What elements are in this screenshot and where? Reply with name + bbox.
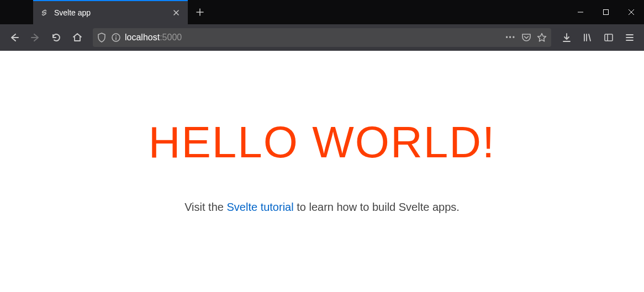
page-subtext: Visit the Svelte tutorial to learn how t… — [0, 201, 644, 214]
tab-strip: Svelte app — [0, 0, 212, 24]
title-bar-spacer — [212, 0, 568, 24]
maximize-button[interactable] — [593, 0, 619, 24]
url-host: localhost — [125, 33, 160, 42]
nav-bar: localhost:5000 ••• — [0, 24, 644, 51]
url-action-icons: ••• — [505, 33, 547, 43]
window-controls — [568, 0, 644, 24]
svg-point-2 — [115, 35, 117, 36]
close-window-button[interactable] — [619, 0, 644, 24]
forward-button[interactable] — [25, 28, 45, 47]
info-icon[interactable] — [112, 33, 120, 42]
toolbar-right — [557, 28, 640, 47]
svg-rect-3 — [605, 34, 613, 41]
bookmark-star-icon[interactable] — [537, 33, 547, 43]
shield-icon[interactable] — [97, 33, 106, 43]
page-actions-icon[interactable]: ••• — [505, 34, 516, 41]
title-bar: Svelte app — [0, 0, 644, 24]
back-button[interactable] — [4, 28, 24, 47]
home-button[interactable] — [67, 28, 87, 47]
subtext-after: to learn how to build Svelte apps. — [294, 201, 460, 213]
app-menu-button[interactable] — [620, 28, 640, 47]
tutorial-link[interactable]: Svelte tutorial — [226, 201, 293, 213]
downloads-button[interactable] — [557, 28, 577, 47]
browser-tab[interactable]: Svelte app — [33, 0, 188, 24]
url-security-icons — [97, 33, 120, 43]
svg-rect-0 — [604, 10, 609, 15]
minimize-button[interactable] — [568, 0, 593, 24]
url-text: localhost:5000 — [125, 33, 501, 43]
page-heading: HELLO WORLD! — [0, 117, 644, 168]
svelte-favicon — [40, 8, 49, 17]
library-button[interactable] — [578, 28, 598, 47]
url-port: :5000 — [160, 33, 182, 42]
pocket-icon[interactable] — [521, 33, 531, 43]
new-tab-button[interactable] — [188, 0, 212, 24]
subtext-before: Visit the — [184, 201, 226, 213]
sidebar-button[interactable] — [599, 28, 619, 47]
reload-button[interactable] — [46, 28, 66, 47]
page-content: HELLO WORLD! Visit the Svelte tutorial t… — [0, 51, 644, 292]
close-tab-icon[interactable] — [171, 8, 181, 18]
url-bar[interactable]: localhost:5000 ••• — [93, 28, 551, 47]
tab-title: Svelte app — [54, 8, 166, 17]
